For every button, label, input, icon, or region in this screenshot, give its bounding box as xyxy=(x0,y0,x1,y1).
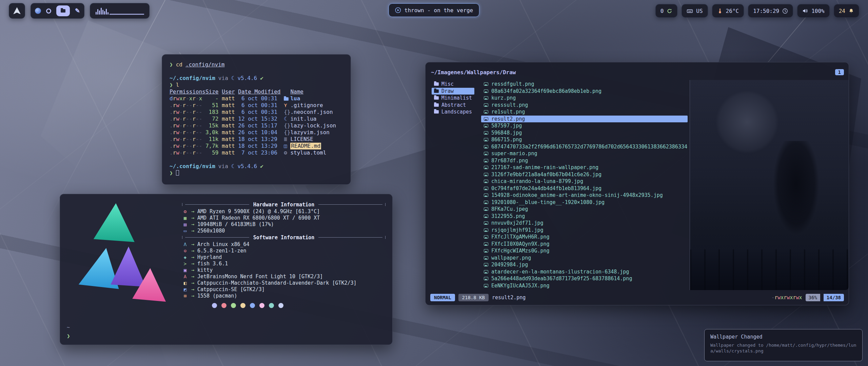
file-list-item[interactable]: nnvuv0xj2df71.jpg xyxy=(481,220,688,227)
list-position-badge: 14/38 xyxy=(824,294,844,301)
file-name: FXfcII0X0AQyn9X.png xyxy=(491,241,550,247)
image-file-icon xyxy=(484,117,488,121)
doc-icon: ≣ xyxy=(284,136,290,143)
icons-value: Catppuccin-SE [GTK2/3] xyxy=(197,286,265,292)
image-file-icon xyxy=(484,82,488,86)
temperature-widget[interactable]: 26°C xyxy=(712,4,744,18)
app-launcher-button[interactable] xyxy=(9,3,25,19)
media-player-widget[interactable]: thrown - on the verge xyxy=(389,3,479,17)
file-list-item[interactable]: kurz.png xyxy=(481,95,688,102)
palette-dot xyxy=(240,303,245,308)
file-list-item[interactable]: wallpaper.png xyxy=(481,255,688,262)
book-icon: ◫ xyxy=(284,143,290,149)
workspace-2-chat[interactable] xyxy=(46,8,51,14)
file-list-item[interactable]: EeNKYgIUcAAJ5JX.png xyxy=(481,282,688,289)
file-name: chica-mirando-la-luna-8799.jpg xyxy=(491,178,583,184)
file-name: 866715.png xyxy=(491,137,522,143)
file-list-item[interactable]: 0c794faf07de24a4db4d4fb1eb813964.jpg xyxy=(481,185,688,192)
terminal-window-fastfetch[interactable]: Hardware Information ⚙→AMD Ryzen 9 5900X… xyxy=(60,194,393,345)
file-name: super-mario.png xyxy=(491,150,537,157)
audio-visualizer-widget[interactable] xyxy=(90,3,150,19)
image-file-icon xyxy=(484,124,488,127)
file-list-item[interactable]: 08a634fa02a32364f69ebc86a98eb1eb.png xyxy=(481,88,688,95)
file-list-item[interactable]: resssult.png xyxy=(481,102,688,109)
software-rows: Λ→Arch Linux x86_64⊙→6.5.8-zen1-1-zen◈→H… xyxy=(182,241,386,299)
file-list-item[interactable]: 217167-sad-anime-rain-wallpaper.png xyxy=(481,164,688,171)
file-list-item[interactable]: 68747470733a2f2f696d616765732d7769786d70… xyxy=(481,143,688,150)
chat-icon xyxy=(46,8,51,14)
file-list-item[interactable]: FXfcJlTXgAMvH6R.png xyxy=(481,233,688,241)
cpu-value: AMD Ryzen 9 5900X (24) @ 4.9GHz [61.3°C] xyxy=(197,208,320,215)
shell-prompt-symbol: ❯ xyxy=(170,170,173,176)
file-list-item[interactable]: 20492984.jpg xyxy=(481,261,688,268)
file-list-item[interactable]: ressdfgult.png xyxy=(481,81,688,88)
keyboard-layout-widget[interactable]: US xyxy=(682,4,708,18)
file-list-item[interactable]: rsjqojlmjhf91.jpg xyxy=(481,227,688,234)
file-list-item[interactable]: 19201080-__blue-tinge__-1920×1080.jpg xyxy=(481,199,688,206)
memory-value: 10948MiB / 64183MiB (17%) xyxy=(197,221,274,227)
file-name: .gitignore xyxy=(290,102,323,109)
folder-icon xyxy=(284,97,289,101)
terminal-window-kitty[interactable]: ❯cd.config/nvim ~/.config/nvimvia☾v5.4.6… xyxy=(162,54,351,185)
image-file-icon xyxy=(484,277,488,280)
file-name: lua xyxy=(290,95,300,102)
workspace-3-files-active[interactable] xyxy=(56,5,70,16)
terminal-value: kitty xyxy=(197,267,213,273)
clock-widget[interactable]: 17:50:29 xyxy=(748,4,793,18)
sidebar-folder-draw[interactable]: Draw xyxy=(432,88,474,95)
arrow-icon: → xyxy=(191,254,194,260)
notification-popup[interactable]: Wallpaper Changed Wallpaper changed to /… xyxy=(704,329,863,361)
image-file-icon xyxy=(484,166,488,169)
file-list-item[interactable]: 87r687df.png xyxy=(481,157,688,164)
tab-count-badge[interactable]: 1 xyxy=(835,69,844,75)
via-label: via xyxy=(218,75,228,81)
palette-dot xyxy=(250,303,255,308)
image-file-icon xyxy=(484,159,488,162)
file-list-item[interactable]: 154928-odinokoe_anime-art-anime-okno-sin… xyxy=(481,192,688,199)
braces-icon: {} xyxy=(284,129,290,136)
bell-icon xyxy=(848,8,854,14)
file-list-item[interactable]: re1sult.png xyxy=(481,108,688,116)
file-list-item[interactable]: 3126f7e9bbf21a8a4af0b67b041c6e26.jpg xyxy=(481,171,688,178)
sidebar-folder-landscapes[interactable]: Landscapes xyxy=(432,108,474,116)
packages-icon: ⊞ xyxy=(182,293,188,299)
workspace-1-browser[interactable] xyxy=(35,8,41,14)
image-file-icon xyxy=(484,221,488,225)
notifications-widget[interactable]: 24 xyxy=(834,4,859,18)
file-list-item[interactable]: 866715.png xyxy=(481,136,688,143)
terminal-icon: ▣ xyxy=(182,267,188,273)
file-date: 26 oct 15:17 xyxy=(238,122,284,129)
arrow-icon: → xyxy=(191,273,194,280)
updates-widget[interactable]: 0 xyxy=(655,4,678,18)
file-manager-window[interactable]: ~/Imagenes/Wallpapers/Draw 1 MiscDrawMin… xyxy=(425,62,849,305)
file-name: kurz.png xyxy=(491,95,516,101)
file-list-item[interactable]: FXfcII0X0AQyn9X.png xyxy=(481,241,688,248)
file-list-item[interactable]: FXfcHgcWIAMzs0G.png xyxy=(481,247,688,255)
file-name: 0c794faf07de24a4db4d4fb1eb813964.jpg xyxy=(491,185,601,191)
file-list-item[interactable]: 3122955.png xyxy=(481,213,688,220)
sidebar-folder-minimalist[interactable]: Minimalist xyxy=(432,95,474,102)
image-preview-pane xyxy=(690,80,849,290)
sidebar-folder-misc[interactable]: Misc xyxy=(432,81,474,88)
file-name: .neoconf.json xyxy=(290,109,333,116)
volume-widget[interactable]: 100% xyxy=(797,4,830,18)
file-list-item[interactable]: 596848.jpg xyxy=(481,129,688,137)
file-list-item[interactable]: 5a266e448add93deab367d87173e9f25-6837886… xyxy=(481,275,688,282)
sidebar-folder-abstract[interactable]: Abstract xyxy=(432,102,474,109)
file-size: 59 xyxy=(205,149,219,156)
file-owner: matt xyxy=(222,129,238,136)
thermometer-icon xyxy=(717,8,723,14)
file-list-item[interactable]: super-mario.png xyxy=(481,150,688,157)
file-list-item[interactable]: chica-mirando-la-luna-8799.jpg xyxy=(481,178,688,185)
file-list-item[interactable]: 587597.jpg xyxy=(481,122,688,129)
file-size: 7,7k xyxy=(205,143,219,149)
file-list-item[interactable]: result2.png xyxy=(481,116,688,123)
file-list-item[interactable]: atardecer-en-la-montanas-ilustracion-634… xyxy=(481,268,688,276)
pencil-icon: ✎ xyxy=(75,7,80,15)
workspace-4-edit[interactable]: ✎ xyxy=(75,7,80,15)
file-list-item[interactable]: 8FKa7Cu.jpeg xyxy=(481,206,688,213)
file-name: re1sult.png xyxy=(491,109,525,115)
fastfetch-output: Hardware Information ⚙→AMD Ryzen 9 5900X… xyxy=(182,201,386,308)
image-file-icon xyxy=(484,152,488,155)
file-permissions: .rw-r--r-- xyxy=(170,109,205,116)
